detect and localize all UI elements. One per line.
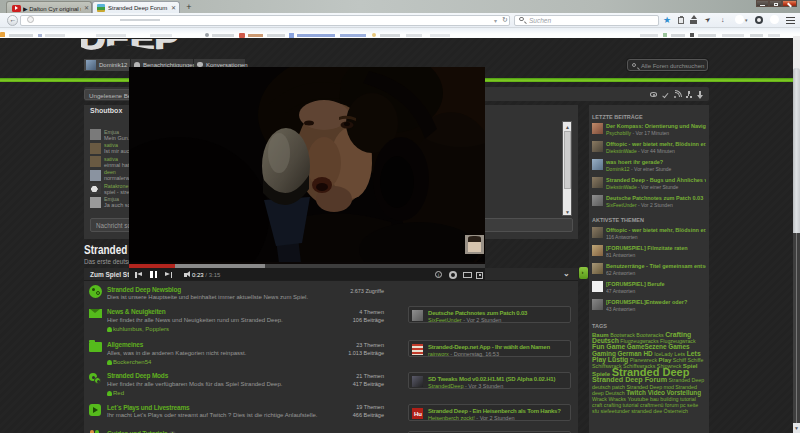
svg-text:DEEP: DEEP	[81, 39, 178, 51]
